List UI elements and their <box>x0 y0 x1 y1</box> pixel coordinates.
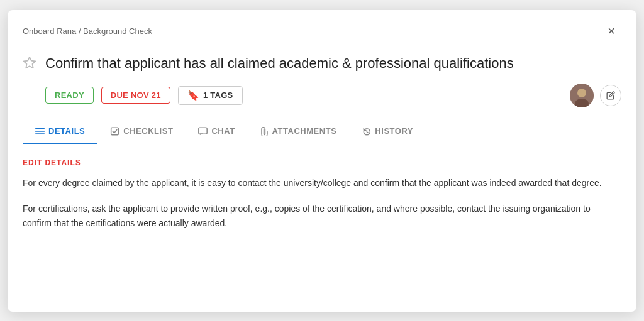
bookmark-icon: 🔖 <box>187 90 199 101</box>
tab-checklist[interactable]: CHECKLIST <box>97 119 186 144</box>
star-icon[interactable] <box>23 56 36 73</box>
tags-button[interactable]: 🔖 1 TAGS <box>178 86 243 105</box>
attachment-icon <box>260 126 269 136</box>
tab-chat[interactable]: CHAT <box>186 119 247 144</box>
content-area: EDIT DETAILS For every degree claimed by… <box>8 144 636 246</box>
task-title: Confirm that applicant has all claimed a… <box>45 54 514 73</box>
lines-icon <box>35 127 45 135</box>
section-label: EDIT DETAILS <box>23 158 621 167</box>
tab-details[interactable]: DETAILS <box>23 119 97 144</box>
due-date-button[interactable]: DUE NOV 21 <box>101 87 170 104</box>
ready-button[interactable]: READY <box>45 87 94 104</box>
close-button[interactable]: × <box>601 21 621 41</box>
modal-header: Onboard Rana / Background Check × <box>8 10 636 48</box>
avatar[interactable] <box>570 84 594 107</box>
title-row: Confirm that applicant has all claimed a… <box>8 48 636 84</box>
tab-history[interactable]: HISTORY <box>349 119 426 144</box>
body-paragraph-1: For every degree claimed by the applican… <box>23 176 621 190</box>
tab-attachments[interactable]: ATTACHMENTS <box>248 119 350 145</box>
meta-row: READY DUE NOV 21 🔖 1 TAGS <box>8 84 636 119</box>
meta-right <box>570 84 621 107</box>
checklist-icon <box>110 127 119 136</box>
tabs-row: DETAILS CHECKLIST CHAT <box>8 119 636 145</box>
history-icon <box>362 127 371 136</box>
svg-point-2 <box>577 89 586 97</box>
chat-icon <box>198 127 208 136</box>
breadcrumb: Onboard Rana / Background Check <box>23 26 152 36</box>
body-paragraph-2: For certifications, ask the applicant to… <box>23 202 621 231</box>
svg-marker-0 <box>24 57 35 67</box>
edit-button[interactable] <box>600 85 621 106</box>
svg-rect-8 <box>199 128 207 134</box>
task-modal: Onboard Rana / Background Check × Confir… <box>8 10 636 312</box>
